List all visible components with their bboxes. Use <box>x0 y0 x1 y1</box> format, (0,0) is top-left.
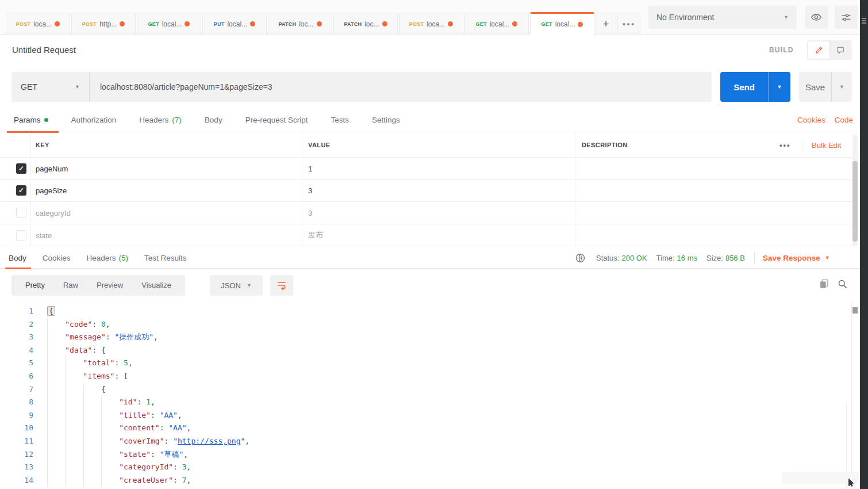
view-mode-raw[interactable]: Raw <box>54 275 87 296</box>
view-mode-preview[interactable]: Preview <box>87 275 132 296</box>
format-selector[interactable]: JSON ▼ <box>210 275 263 296</box>
json-token: 5 <box>124 358 128 367</box>
json-link[interactable]: http://sss,png <box>178 437 241 445</box>
json-token: : { <box>92 346 105 354</box>
params-scrollbar-thumb[interactable] <box>852 161 858 242</box>
tab-options-button[interactable]: ●●● <box>617 13 640 35</box>
request-tab-headers[interactable]: Headers(7) <box>139 107 182 132</box>
save-button[interactable]: Save <box>799 72 831 102</box>
request-tab-body[interactable]: Body <box>205 107 222 132</box>
request-tab-tests[interactable]: Tests <box>331 107 349 132</box>
tab-title: local... <box>162 20 182 28</box>
copy-response-button[interactable] <box>819 278 829 292</box>
view-mode-pretty[interactable]: Pretty <box>16 275 54 296</box>
indent-guide <box>47 357 65 370</box>
params-more-button[interactable]: ••• <box>779 140 791 149</box>
request-tab-pre-request-script[interactable]: Pre-request Script <box>245 107 308 132</box>
indent-guide <box>65 383 83 396</box>
postman-app: POSTloca...POSThttp...GETlocal...PUTloca… <box>0 0 868 489</box>
send-button[interactable]: Send <box>720 72 768 102</box>
code-line: 4"data": { <box>0 344 851 357</box>
request-tab[interactable]: PUTlocal... <box>202 13 267 35</box>
param-row: ✓pageSize3 <box>0 180 860 203</box>
json-token: "categoryId" <box>119 463 173 471</box>
tab-label: Headers <box>139 116 168 124</box>
request-tab[interactable]: GETlocal... <box>464 13 529 35</box>
code-line: 1{ <box>0 305 851 318</box>
search-response-button[interactable] <box>837 278 848 292</box>
code-link[interactable]: Code <box>835 116 853 124</box>
sidebar-handle-icon[interactable] <box>862 18 866 25</box>
edit-mode-button[interactable] <box>808 41 829 59</box>
param-key[interactable]: categoryId <box>36 208 71 217</box>
json-token: , <box>187 463 191 471</box>
param-checkbox[interactable] <box>16 208 26 218</box>
method-selector[interactable]: GET ▼ <box>11 72 90 102</box>
code-text: "state": "草稿", <box>33 448 188 461</box>
indent-guide <box>65 370 83 383</box>
cookies-link[interactable]: Cookies <box>797 116 825 124</box>
save-options-button[interactable]: ▼ <box>831 72 852 102</box>
send-options-button[interactable]: ▼ <box>768 72 790 102</box>
param-key[interactable]: pageNum <box>36 164 68 173</box>
line-number: 3 <box>0 331 33 344</box>
code-text: { <box>33 305 55 318</box>
param-row: ✓pageNum1 <box>0 158 860 180</box>
response-scrollbar-thumb[interactable] <box>852 307 858 314</box>
request-tab-settings[interactable]: Settings <box>372 107 400 132</box>
copy-icon <box>819 278 829 289</box>
request-tab[interactable]: PATCHloc... <box>268 13 332 35</box>
tab-count: (5) <box>119 254 129 262</box>
comments-button[interactable] <box>829 41 851 59</box>
request-tab-params[interactable]: Params <box>14 107 48 132</box>
tab-label: Body <box>205 116 222 124</box>
request-tab[interactable]: POSTloca... <box>6 13 70 35</box>
code-text: "total": 5, <box>33 357 133 370</box>
json-token: "AA" <box>168 423 186 432</box>
tab-label: Cookies <box>43 254 71 262</box>
indent-guide <box>83 461 101 474</box>
indent-guide <box>65 448 83 461</box>
indent-guide <box>83 474 101 487</box>
pencil-icon <box>815 45 824 55</box>
param-value[interactable]: 1 <box>308 164 312 173</box>
param-value[interactable]: 3 <box>308 186 312 195</box>
request-tab[interactable]: PATCHloc... <box>333 13 398 35</box>
save-response-button[interactable]: Save Response ▼ <box>763 254 830 262</box>
param-key[interactable]: state <box>36 231 52 239</box>
param-key[interactable]: pageSize <box>36 186 67 195</box>
new-tab-button[interactable]: + <box>596 13 616 35</box>
response-tab-headers[interactable]: Headers(5) <box>87 247 129 269</box>
environment-quick-look-button[interactable] <box>805 6 828 29</box>
view-mode-visualize[interactable]: Visualize <box>132 275 180 296</box>
environment-settings-button[interactable] <box>835 6 858 29</box>
request-tab[interactable]: POSThttp... <box>71 13 136 35</box>
code-line: 5"total": 5, <box>0 357 851 370</box>
response-tab-cookies[interactable]: Cookies <box>43 247 71 269</box>
wrap-text-button[interactable] <box>270 275 293 296</box>
size-label: Size: <box>706 254 723 262</box>
column-header-key: KEY <box>36 142 49 148</box>
chevron-down-icon: ▼ <box>783 14 789 20</box>
param-checkbox[interactable] <box>16 230 26 240</box>
response-tab-body[interactable]: Body <box>9 247 26 269</box>
indent-guide <box>65 474 83 487</box>
param-checkbox[interactable]: ✓ <box>16 163 26 174</box>
param-value[interactable]: 发布 <box>308 230 323 240</box>
param-value[interactable]: 3 <box>308 208 312 217</box>
request-tab[interactable]: GETlocal... <box>137 13 201 35</box>
request-tab[interactable]: GETlocal... <box>530 12 594 35</box>
json-token: " <box>173 437 178 445</box>
request-tab-authorization[interactable]: Authorization <box>71 107 117 132</box>
network-info-button[interactable] <box>575 253 586 263</box>
request-title[interactable]: Untitled Request <box>12 45 76 55</box>
environment-selector[interactable]: No Environment ▼ <box>648 6 797 29</box>
bulk-edit-link[interactable]: Bulk Edit <box>812 140 841 149</box>
url-input[interactable]: localhost:8080/article?pageNum=1&pageSiz… <box>90 82 272 91</box>
code-line: 3"message": "操作成功", <box>0 331 851 344</box>
line-number: 9 <box>0 409 33 422</box>
request-tab[interactable]: POSTloca... <box>399 13 463 35</box>
param-checkbox[interactable]: ✓ <box>16 185 26 196</box>
response-tab-test-results[interactable]: Test Results <box>144 247 187 269</box>
tab-label: Tests <box>331 116 349 124</box>
